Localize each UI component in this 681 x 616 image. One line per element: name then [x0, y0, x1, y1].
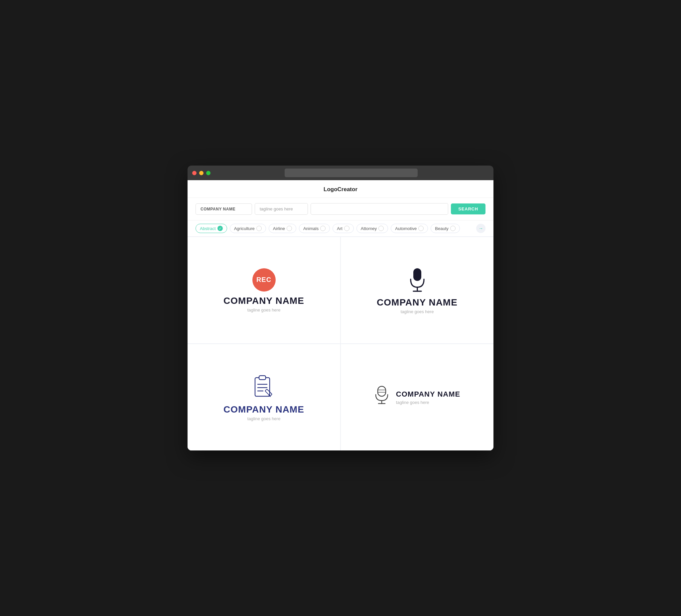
- category-attorney-label: Attorney: [361, 226, 377, 231]
- logo-4-company-name: COMPANY NAME: [396, 390, 460, 399]
- mic-small-icon: [374, 385, 389, 405]
- app-header: LogoCreator: [187, 180, 494, 198]
- logo-1-company-name: COMPANY NAME: [224, 296, 304, 306]
- logo-4-icon-area: [374, 385, 389, 405]
- category-animals[interactable]: Animals ✓: [299, 224, 330, 233]
- logo-3-company-name: COMPANY NAME: [224, 404, 304, 415]
- logo-2-tagline: tagline goes here: [401, 309, 434, 314]
- category-bar: Abstract ✓ Agriculture ✓ Airline ✓ Anima…: [187, 221, 494, 237]
- logo-1-icon-area: REC: [252, 268, 276, 291]
- category-automotive-check: ✓: [418, 226, 424, 231]
- clipboard-icon: [252, 374, 276, 400]
- category-airline-check: ✓: [287, 226, 292, 231]
- category-abstract-label: Abstract: [200, 226, 216, 231]
- category-beauty[interactable]: Beauty ✓: [431, 224, 459, 233]
- category-attorney[interactable]: Attorney ✓: [356, 224, 388, 233]
- category-animals-label: Animals: [303, 226, 319, 231]
- rec-icon: REC: [252, 268, 276, 291]
- logo-2-icon-area: [407, 266, 427, 293]
- category-automotive-label: Automotive: [395, 226, 417, 231]
- svg-rect-9: [378, 386, 386, 396]
- address-bar: [285, 169, 418, 177]
- category-agriculture-label: Agriculture: [234, 226, 255, 231]
- svg-rect-0: [413, 268, 421, 281]
- category-art-label: Art: [337, 226, 343, 231]
- category-beauty-label: Beauty: [435, 226, 448, 231]
- category-abstract[interactable]: Abstract ✓: [196, 224, 227, 233]
- svg-rect-4: [259, 376, 266, 380]
- logo-item-1[interactable]: REC COMPANY NAME tagline goes here: [187, 237, 340, 343]
- logo-grid: REC COMPANY NAME tagline goes here: [187, 237, 494, 451]
- titlebar: [187, 165, 494, 180]
- logo-3-tagline: tagline goes here: [247, 416, 281, 421]
- logo-2-company-name: COMPANY NAME: [377, 297, 457, 308]
- category-agriculture[interactable]: Agriculture ✓: [230, 224, 266, 233]
- category-agriculture-check: ✓: [256, 226, 262, 231]
- extra-input[interactable]: [310, 203, 448, 215]
- logo-4-text-block: COMPANY NAME tagline goes here: [396, 390, 460, 405]
- app-title: LogoCreator: [324, 186, 357, 192]
- category-art[interactable]: Art ✓: [332, 224, 354, 233]
- category-automotive[interactable]: Automotive ✓: [391, 224, 428, 233]
- search-bar: SEARCH: [187, 198, 494, 221]
- logo-item-2[interactable]: COMPANY NAME tagline goes here: [341, 237, 494, 343]
- category-attorney-check: ✓: [378, 226, 384, 231]
- category-airline[interactable]: Airline ✓: [269, 224, 296, 233]
- logo-item-3[interactable]: COMPANY NAME tagline goes here: [187, 344, 340, 451]
- category-art-check: ✓: [344, 226, 350, 231]
- category-next-button[interactable]: →: [476, 224, 485, 233]
- maximize-button[interactable]: [206, 171, 210, 175]
- tagline-input[interactable]: [255, 203, 308, 215]
- logo-1-tagline: tagline goes here: [247, 308, 281, 312]
- logo-3-icon-area: [252, 374, 276, 400]
- logo-4-tagline: tagline goes here: [396, 400, 460, 405]
- category-beauty-check: ✓: [450, 226, 456, 231]
- svg-rect-8: [265, 389, 272, 396]
- logo-item-4[interactable]: COMPANY NAME tagline goes here: [341, 344, 494, 451]
- category-abstract-check: ✓: [218, 226, 223, 231]
- minimize-button[interactable]: [199, 171, 203, 175]
- company-name-input[interactable]: [196, 203, 252, 215]
- category-airline-label: Airline: [273, 226, 285, 231]
- category-animals-check: ✓: [320, 226, 326, 231]
- app-body: LogoCreator SEARCH Abstract ✓ Agricultur…: [187, 180, 494, 451]
- app-window: LogoCreator SEARCH Abstract ✓ Agricultur…: [187, 165, 494, 451]
- close-button[interactable]: [192, 171, 197, 175]
- search-button[interactable]: SEARCH: [451, 203, 485, 214]
- mic-large-icon: [407, 266, 427, 293]
